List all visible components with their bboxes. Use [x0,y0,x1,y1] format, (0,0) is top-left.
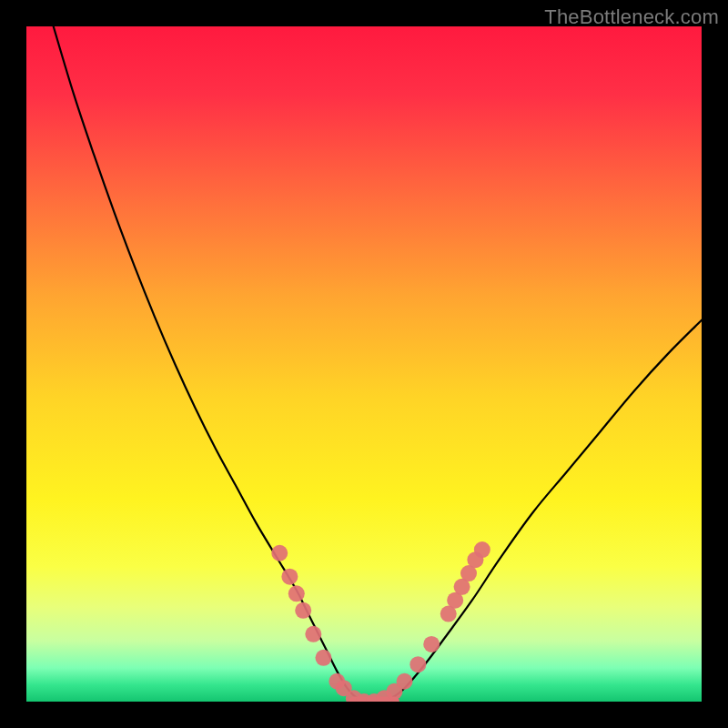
gradient-bg [26,26,702,702]
scatter-point [295,602,311,619]
scatter-point [315,650,331,666]
scatter-point [423,636,440,652]
scatter-point [397,673,413,690]
scatter-point [410,656,426,672]
scatter-point [288,585,305,602]
scatter-point [281,569,298,585]
scatter-point [474,541,490,558]
plot-svg [26,26,702,702]
chart-frame: TheBottleneck.com [0,0,728,728]
scatter-point [305,626,321,642]
scatter-point [271,545,288,561]
plot-area [26,26,702,702]
